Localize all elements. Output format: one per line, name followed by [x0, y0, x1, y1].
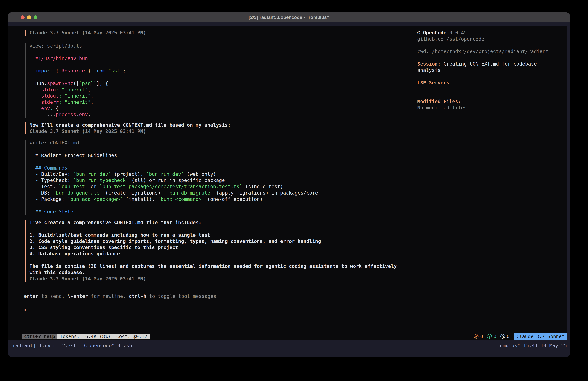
- text-token: "sst": [108, 68, 123, 74]
- chat-line: Claude 3.7 Sonnet (14 May 2025 03:41 PM): [30, 30, 397, 36]
- text-token: View: script/db.ts: [30, 43, 82, 49]
- text-token: [59, 87, 62, 92]
- text-token: spawnSync: [47, 81, 73, 86]
- text-token: Test:: [38, 184, 59, 189]
- help-shortcut-chip: ctrl+? help: [22, 334, 58, 339]
- text-token: `bun db generate`: [53, 190, 103, 196]
- text-token: [30, 196, 35, 202]
- text-token: -: [35, 184, 38, 189]
- text-token: (web only): [184, 171, 216, 177]
- sidebar-line: Modified Files:: [417, 98, 548, 105]
- maximize-button[interactable]: [34, 16, 38, 19]
- text-token: ;: [123, 68, 126, 74]
- text-token: (single test): [242, 184, 283, 189]
- text-token: :: [59, 93, 62, 99]
- text-token: ...: [30, 112, 56, 117]
- traffic-lights: [21, 12, 38, 22]
- sidebar-line: No modified files: [417, 105, 548, 111]
- warnings-counter: ⓦ0: [474, 333, 483, 339]
- chat-line: stderr: "inherit",: [30, 99, 397, 105]
- titlebar[interactable]: [2/3] radiant:3:opencode - "romulus": [8, 12, 570, 22]
- minimize-button[interactable]: [27, 16, 31, 19]
- text-token: Claude 3.7 Sonnet (14 May 2025 03:41 PM): [30, 129, 146, 134]
- text-token: `bun run dev`: [146, 171, 184, 177]
- chat-line: env: {: [30, 105, 397, 112]
- text-token: cwd: /home/thdxr/dev/projects/radiant/ra…: [417, 49, 548, 54]
- text-token: env: [79, 112, 88, 117]
- chat-log[interactable]: Claude 3.7 Sonnet (14 May 2025 03:41 PM)…: [25, 30, 397, 282]
- text-token: to send,: [38, 293, 68, 299]
- window-title: [2/3] radiant:3:opencode - "romulus": [249, 15, 329, 20]
- text-token: `bun run dev`: [73, 171, 111, 177]
- warnings-count: 0: [480, 333, 483, 339]
- text-token: ,: [88, 87, 91, 92]
- info-counter: ⓘ0: [487, 333, 496, 339]
- text-token: process: [56, 112, 76, 117]
- chat-line: 4. Database operations guidance: [30, 251, 397, 257]
- chat-line: Now I'll create a comprehensive CONTEXT.…: [30, 122, 397, 128]
- chat-line: [30, 226, 397, 232]
- status-bar: ctrl+? help Tokens: 16.4K (8%), Cost: $0…: [8, 334, 567, 339]
- chat-line: ## Code Style: [30, 209, 397, 215]
- hints-icon: ⓗ: [500, 333, 505, 339]
- hints-count: 0: [507, 333, 510, 339]
- text-token: 3. CSS styling conventions specific to t…: [30, 245, 178, 250]
- text-token: ctrl+h: [129, 293, 146, 299]
- close-button[interactable]: [21, 16, 24, 19]
- chat-line: I've created a comprehensive CONTEXT.md …: [30, 220, 397, 226]
- warnings-icon: ⓦ: [474, 333, 479, 339]
- text-token: for newline,: [88, 293, 129, 299]
- sidebar-line: Session: Creating CONTEXT.md for codebas…: [417, 61, 548, 67]
- text-token: Resource: [62, 68, 85, 74]
- chat-line: Write: CONTEXT.md: [30, 140, 397, 146]
- chat-line: [30, 62, 397, 68]
- tmux-window-list[interactable]: [radiant] 1:nvim 2:zsh- 3:opencode* 4:zs…: [10, 343, 132, 348]
- chat-line: View: script/db.ts: [30, 43, 397, 49]
- info-icon: ⓘ: [487, 333, 492, 339]
- chat-line: stdout: "inherit",: [30, 93, 397, 99]
- chat-line: 1. Build/lint/test commands including ho…: [30, 232, 397, 238]
- text-token: 2. Code style guidelines covering import…: [30, 238, 321, 244]
- text-token: ,: [88, 112, 91, 117]
- assistant-header-block: Claude 3.7 Sonnet (14 May 2025 03:41 PM): [25, 30, 397, 36]
- text-token: # Radiant Project Guidelines: [30, 153, 117, 158]
- chat-line: [30, 146, 397, 152]
- text-token: .: [76, 112, 79, 117]
- model-badge: Claude 3.7 Sonnet: [514, 333, 567, 339]
- text-token: 1. Build/lint/test commands including ho…: [30, 232, 210, 238]
- text-token: github.com/sst/opencode: [417, 36, 484, 42]
- text-token: [30, 171, 35, 177]
- chat-line: - Package: `bun add <package>` (install)…: [30, 196, 397, 202]
- text-token: `bun db migrate`: [167, 190, 213, 196]
- text-token: -: [35, 171, 38, 177]
- prompt-input[interactable]: >: [24, 307, 27, 313]
- assistant-message-block: Now I'll create a comprehensive CONTEXT.…: [25, 122, 397, 134]
- text-token: (install),: [123, 196, 158, 202]
- chat-line: Claude 3.7 Sonnet (14 May 2025 03:41 PM): [30, 128, 397, 135]
- text-token: `bun test packages/core/test/transaction…: [100, 184, 242, 189]
- chat-line: with this codebase.: [30, 269, 397, 276]
- text-token: Build/Dev:: [38, 171, 73, 177]
- chat-line: 3. CSS styling conventions specific to t…: [30, 245, 397, 251]
- text-token: Session: [417, 61, 438, 67]
- text-token: stdin: [41, 87, 56, 92]
- text-token: (one-off execution): [205, 196, 263, 202]
- text-token: :: [438, 61, 443, 67]
- info-count: 0: [493, 333, 496, 339]
- text-token: :: [50, 106, 53, 111]
- sidebar-line: [417, 55, 548, 61]
- text-token: (project),: [111, 171, 146, 177]
- terminal-body: Claude 3.7 Sonnet (14 May 2025 03:41 PM)…: [8, 22, 570, 357]
- chat-line: - TypeCheck: `bun run typecheck` (all) o…: [30, 177, 397, 183]
- text-token: [105, 68, 108, 74]
- text-token: `bun test`: [59, 184, 88, 189]
- text-token: "inherit": [62, 87, 88, 92]
- assistant-summary-block: I've created a comprehensive CONTEXT.md …: [25, 220, 397, 282]
- terminal-window: [2/3] radiant:3:opencode - "romulus" Cla…: [8, 12, 570, 357]
- tmux-statusbar: [radiant] 1:nvim 2:zsh- 3:opencode* 4:zs…: [8, 343, 570, 348]
- text-token: or: [88, 184, 99, 189]
- tool-view-db-ts-block: View: script/db.ts #!/usr/bin/env bun im…: [25, 43, 397, 118]
- text-token: from: [94, 68, 105, 74]
- chat-line: ## Commands: [30, 165, 397, 171]
- text-token: Creating CONTEXT.md for codebase: [443, 61, 537, 67]
